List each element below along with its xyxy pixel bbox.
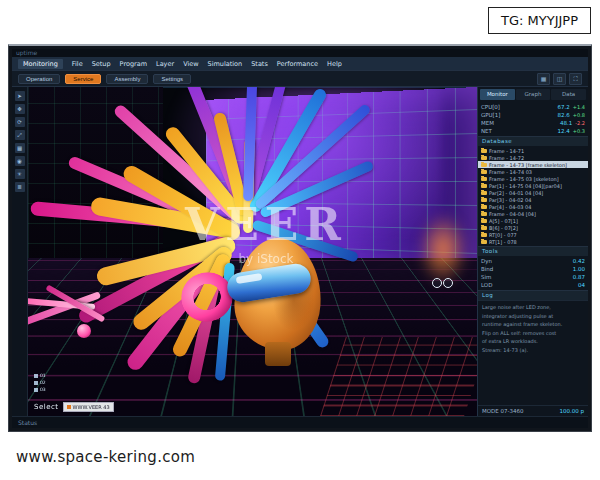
stat-row: CPU[0]67.2+1.4 xyxy=(481,103,585,111)
toolbar-button-settings[interactable]: Settings xyxy=(153,74,191,84)
stat-delta: +1.4 xyxy=(573,104,585,110)
log-line: Flip on ALL self: removes cost xyxy=(482,329,584,338)
stat-value: 48.1 xyxy=(560,120,572,126)
sidebar-tab-data[interactable]: Data xyxy=(551,89,586,100)
menu-bar: MonitoringFileSetupProgramLayerViewSimul… xyxy=(12,57,588,70)
tree-row[interactable]: RT[0] - 077 xyxy=(478,231,588,238)
tree-row[interactable]: Frame - 14-75 03 [skeleton] xyxy=(478,175,588,182)
footer-run-value: 100.00 p xyxy=(560,408,584,414)
tree-row[interactable]: RT[1] - 078 xyxy=(478,238,588,245)
log-line: Large noise after LED zone, xyxy=(482,303,584,312)
tree-row-label: RT[1] - 078 xyxy=(489,239,517,245)
menu-item-setup[interactable]: Setup xyxy=(92,60,111,68)
toolbar-button-service[interactable]: Service xyxy=(65,74,101,84)
tree-row[interactable]: Par[4] - 04-03 04 xyxy=(478,203,588,210)
visor-glare xyxy=(235,273,262,284)
tree-row-label: Frame - 14-75 03 [skeleton] xyxy=(489,176,559,182)
tool-label: Bind xyxy=(481,266,570,272)
toolbar-right-icons: ▦◫⛶ xyxy=(537,73,582,85)
tree-row-label: Par[4] - 04-03 04 xyxy=(489,204,531,210)
stat-delta: +0.3 xyxy=(573,128,585,134)
scale-icon[interactable]: ⤢ xyxy=(15,130,25,140)
tree-row-label: Frame - 14-74 03 xyxy=(489,169,532,175)
sidebar-tabs: MonitorGraphData xyxy=(478,87,588,102)
select-label[interactable]: Select xyxy=(34,403,59,411)
layer-label: 02 xyxy=(40,380,46,385)
menu-item-layer[interactable]: Layer xyxy=(156,60,174,68)
layer-toggle[interactable]: 02 xyxy=(34,380,46,385)
status-label: Status xyxy=(18,419,37,426)
tree-row[interactable]: A[5] - 07[1] xyxy=(478,217,588,224)
stat-value: 67.2 xyxy=(558,104,570,110)
layer-toggle[interactable]: 01 xyxy=(34,373,46,378)
folder-icon xyxy=(481,212,487,216)
folder-icon xyxy=(481,156,487,160)
sidebar-footer: MODE 07-3460 100.00 p xyxy=(478,405,588,416)
database-header: Database xyxy=(478,136,588,146)
view-grid-icon[interactable]: ▦ xyxy=(537,73,550,85)
folder-icon xyxy=(481,163,487,167)
vr-goggles-icon xyxy=(432,278,454,288)
tool-row: LOD04 xyxy=(481,281,585,289)
light-icon[interactable]: ☀ xyxy=(15,169,25,179)
tree-row[interactable]: Frame - 14-71 xyxy=(478,147,588,154)
stat-row: NET12.4+0.3 xyxy=(481,127,585,135)
select-value-box[interactable]: WWW.VEER 43 xyxy=(63,402,114,412)
menu-item-file[interactable]: File xyxy=(72,60,83,68)
page-root: { "frame": { "tg_label": "TG: MYYJJPP", … xyxy=(0,0,600,480)
grid-icon[interactable]: ▦ xyxy=(15,143,25,153)
folder-icon xyxy=(481,240,487,244)
menu-item-stats[interactable]: Stats xyxy=(251,60,268,68)
menu-item-simulation[interactable]: Simulation xyxy=(208,60,243,68)
tool-value: 0.87 xyxy=(573,274,585,280)
menu-item-performance[interactable]: Performance xyxy=(277,60,318,68)
tree-row-label: B[6] - 07[2] xyxy=(489,225,518,231)
uptime-label: uptime xyxy=(12,49,588,57)
toolbar-button-operation[interactable]: Operation xyxy=(18,74,60,84)
tree-row[interactable]: Frame - 14-73 [frame skeleton] xyxy=(478,161,588,168)
camera-icon[interactable]: ◉ xyxy=(15,156,25,166)
log-line: integrator adjusting pulse at xyxy=(482,312,584,321)
tool-value: 04 xyxy=(578,282,585,288)
layer-checkbox-icon xyxy=(34,381,38,385)
viewport-3d[interactable]: 010203 Select WWW.VEER 43 VEER by iStock xyxy=(28,87,477,416)
app-screen: uptime MonitoringFileSetupProgramLayerVi… xyxy=(12,49,588,428)
layers-icon[interactable]: ≣ xyxy=(15,182,25,192)
tree-row-label: RT[0] - 077 xyxy=(489,232,517,238)
folder-icon xyxy=(481,149,487,153)
tree-row-label: Par[2] - 04-01 04 [04] xyxy=(489,190,543,196)
tree-row[interactable]: Par[1] - 14-75 04 [04][par04] xyxy=(478,182,588,189)
layer-toggle[interactable]: 03 xyxy=(34,387,46,392)
stat-label: MEM xyxy=(481,120,557,126)
folder-icon xyxy=(481,233,487,237)
tree-row[interactable]: Frame - 14-74 03 xyxy=(478,168,588,175)
tool-rail: ➤✥⟳⤢▦◉☀≣ xyxy=(12,87,28,416)
tree-row-label: Frame - 14-72 xyxy=(489,155,524,161)
rotate-icon[interactable]: ⟳ xyxy=(15,117,25,127)
status-bar: Status xyxy=(12,416,588,428)
tree-row[interactable]: Par[2] - 04-01 04 [04] xyxy=(478,189,588,196)
view-expand-icon[interactable]: ⛶ xyxy=(569,73,582,85)
menu-item-monitoring[interactable]: Monitoring xyxy=(18,59,63,69)
vr-mannequin-head xyxy=(235,238,321,368)
tree-row-label: Frame - 14-73 [frame skeleton] xyxy=(489,162,567,168)
menu-item-view[interactable]: View xyxy=(183,60,198,68)
view-split-icon[interactable]: ◫ xyxy=(553,73,566,85)
toolbar-button-assembly[interactable]: Assembly xyxy=(106,74,148,84)
tree-row[interactable]: Frame - 04-04 [04] xyxy=(478,210,588,217)
tree-row-label: Frame - 14-71 xyxy=(489,148,524,154)
folder-icon xyxy=(481,219,487,223)
tree-row[interactable]: Frame - 14-72 xyxy=(478,154,588,161)
menu-item-program[interactable]: Program xyxy=(120,60,147,68)
tree-row[interactable]: Par[3] - 04-02 04 xyxy=(478,196,588,203)
cursor-icon[interactable]: ➤ xyxy=(15,91,25,101)
sidebar-tab-graph[interactable]: Graph xyxy=(516,89,551,100)
tree-row[interactable]: B[6] - 07[2] xyxy=(478,224,588,231)
tg-watermark-box: TG: MYYJJPP xyxy=(488,7,591,34)
mannequin-neck xyxy=(265,342,291,366)
sidebar-tab-monitor[interactable]: Monitor xyxy=(480,89,515,100)
tool-label: LOD xyxy=(481,282,575,288)
menu-item-help[interactable]: Help xyxy=(327,60,342,68)
monitor-screenshot: uptime MonitoringFileSetupProgramLayerVi… xyxy=(8,44,592,432)
move-icon[interactable]: ✥ xyxy=(15,104,25,114)
